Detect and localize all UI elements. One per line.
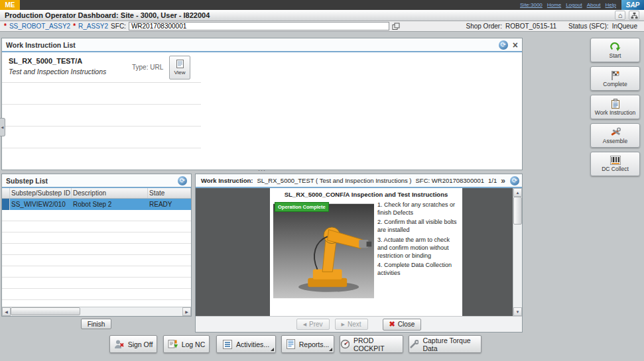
topbar-links: Site:3000 Home Logout About Help	[520, 2, 621, 8]
panel-collapse-handle[interactable]: ◀	[0, 118, 5, 136]
prod-cockpit-button[interactable]: PROD COCKPIT	[340, 335, 403, 353]
button-label: Reports...	[299, 340, 330, 348]
link-logout[interactable]: Logout	[566, 2, 582, 8]
view-button[interactable]: View	[169, 56, 190, 79]
empty-rows	[2, 210, 191, 307]
sfc-status-label: Status (SFC):	[568, 23, 609, 30]
operation-link[interactable]: SS_ROBOT_ASSY2	[9, 23, 70, 30]
overlap-windows-glyph	[392, 23, 400, 30]
resource-link[interactable]: R_ASSY2	[78, 23, 108, 30]
prev-button[interactable]: ◀ Prev	[296, 319, 330, 330]
link-help[interactable]: Help	[606, 2, 616, 8]
selection-gutter	[2, 188, 10, 198]
top-bar: ME Site:3000 Home Logout About Help SAP	[0, 0, 644, 10]
wrench-icon	[409, 340, 419, 349]
robot-image: Operation Complete	[273, 201, 374, 301]
scrollbar-thumb[interactable]	[513, 197, 522, 225]
close-icon[interactable]: ×	[513, 40, 518, 50]
flag-icon	[610, 70, 620, 80]
work-instruction-type: Type: URL	[132, 64, 163, 71]
complete-button[interactable]: Complete	[590, 66, 640, 91]
pod-toolbar: * SS_ROBOT_ASSY2 * R_ASSY2 SFC: Shop Ord…	[0, 21, 644, 32]
button-label: Work Instruction	[595, 109, 635, 116]
sap-logo: SAP	[621, 0, 644, 10]
close-label: Close	[398, 321, 415, 328]
button-label: Complete	[603, 81, 627, 87]
reports-document-icon	[287, 339, 295, 349]
splitter-handle[interactable]: ···	[1, 169, 523, 173]
substep-row[interactable]: SS_WIVIEW2/010 Robot Step 2 READY	[2, 199, 191, 210]
scrollbar-track[interactable]	[11, 307, 182, 316]
instruction-document: SL_RX_5000_CONF/A Inspection and Test In…	[270, 188, 462, 316]
document-icon	[176, 60, 184, 68]
finish-button[interactable]: Finish	[81, 319, 111, 329]
me-logo: ME	[0, 0, 20, 10]
panel-title: Work Instruction List	[6, 41, 76, 49]
viewer-label: Work Instruction:	[201, 177, 253, 184]
tools-icon	[610, 127, 621, 137]
column-header-state: State	[148, 188, 191, 198]
work-instruction-name: SL_RX_5000_TEST/A	[9, 57, 82, 65]
activities-list-icon	[223, 340, 232, 349]
sfc-input[interactable]	[129, 22, 389, 30]
activities-button[interactable]: Activities...	[216, 335, 276, 353]
required-marker: *	[73, 23, 76, 30]
work-instruction-list-body: SL_RX_5000_TEST/A Test and Inspection In…	[2, 52, 522, 170]
browse-icon[interactable]	[392, 23, 400, 30]
next-label: Next	[348, 321, 361, 328]
column-header-substep-id: Substep/Substep ID	[10, 188, 72, 198]
capture-torque-button[interactable]: Capture Torque Data	[409, 335, 482, 353]
dc-collect-button[interactable]: DC Collect	[590, 152, 640, 176]
work-instruction-item[interactable]: SL_RX_5000_TEST/A Test and Inspection In…	[2, 52, 201, 83]
button-label: Log NC	[182, 340, 206, 348]
refresh-icon[interactable]: ⟳	[510, 176, 519, 185]
scroll-up-arrow[interactable]: ▲	[513, 188, 522, 197]
scrollbar-track[interactable]	[513, 197, 522, 307]
start-button[interactable]: Start	[590, 38, 640, 62]
link-site[interactable]: Site:3000	[520, 2, 543, 8]
horizontal-scrollbar[interactable]: ◀ ▶	[2, 307, 191, 316]
work-instruction-description: Test and Inspection Instructions	[9, 68, 106, 76]
viewer-instruction-name: SL_RX_5000_TEST ( Test and Inspection In…	[257, 177, 411, 184]
refresh-icon[interactable]: ⟳	[499, 40, 508, 50]
refresh-icon[interactable]: ⟳	[178, 176, 187, 185]
button-label: Assemble	[603, 138, 627, 144]
log-nc-button[interactable]: Log NC	[163, 335, 210, 353]
close-button[interactable]: ✖ Close	[383, 319, 422, 331]
vertical-scrollbar[interactable]: ▲ ▼	[513, 188, 522, 316]
link-about[interactable]: About	[587, 2, 601, 8]
next-arrow-icon: ▶	[342, 322, 345, 327]
document-title: SL_RX_5000_CONF/A Inspection and Test In…	[273, 191, 459, 198]
work-instruction-list-header: Work Instruction List ⟳ ×	[2, 38, 522, 52]
next-button[interactable]: ▶ Next	[335, 319, 368, 330]
robot-arm-illustration	[273, 201, 374, 301]
row-selector	[2, 199, 10, 210]
viewer-header: Work Instruction: SL_RX_5000_TEST ( Test…	[196, 174, 522, 188]
substep-id-cell: SS_WIVIEW2/010	[10, 201, 72, 208]
sfc-status-value: InQueue	[612, 23, 637, 30]
operation-complete-badge: Operation Complete	[275, 202, 329, 212]
substep-list-panel: Substep List ⟳ Substep/Substep ID Descri…	[1, 174, 192, 317]
expand-icon[interactable]: »	[501, 176, 505, 185]
home-icon[interactable]: ⌂	[615, 11, 625, 20]
link-home[interactable]: Home	[547, 2, 561, 8]
sign-off-button[interactable]: Sign Off	[109, 335, 157, 353]
panel-title: Substep List	[6, 177, 48, 185]
assemble-button[interactable]: Assemble	[590, 123, 640, 148]
empty-rows	[2, 83, 201, 170]
barcode-icon	[610, 156, 621, 165]
shop-order-label: Shop Order:	[466, 23, 501, 30]
viewer-page-indicator: 1/1	[488, 177, 497, 184]
view-button-label: View	[174, 70, 185, 76]
scrollbar-thumb[interactable]	[11, 307, 80, 315]
viewer-content: SL_RX_5000_CONF/A Inspection and Test In…	[196, 188, 522, 316]
scroll-right-arrow[interactable]: ▶	[182, 307, 191, 316]
menu-grid-icon[interactable]	[629, 11, 639, 20]
work-instruction-viewer-panel: Work Instruction: SL_RX_5000_TEST ( Test…	[195, 174, 523, 333]
scroll-down-arrow[interactable]: ▼	[513, 307, 522, 316]
button-label: Sign Off	[128, 340, 153, 348]
reports-button[interactable]: Reports...	[281, 335, 334, 353]
work-instruction-button[interactable]: Work Instruction	[590, 95, 640, 119]
page-title: Production Operator Dashboard: Site - 30…	[5, 11, 210, 19]
scroll-left-arrow[interactable]: ◀	[2, 307, 11, 316]
